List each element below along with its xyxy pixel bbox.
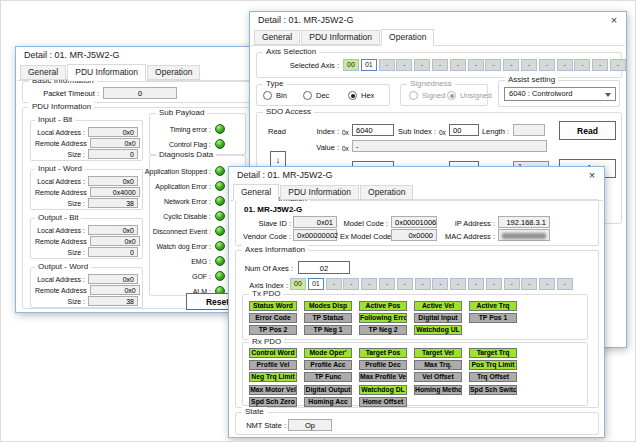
axis-box-empty-6[interactable]: - [397, 278, 413, 290]
pdo-button-profile-vel[interactable]: Profile Vel [249, 360, 297, 370]
packet-timeout-field[interactable]: 0 [103, 87, 177, 99]
tab-pdu-information[interactable]: PDU Information [67, 64, 146, 81]
pdo-button-digital-input[interactable]: Digital Input [414, 313, 462, 323]
axis-box-empty-10[interactable]: - [521, 59, 537, 71]
pdo-button-target-pos[interactable]: Target Pos [359, 348, 407, 358]
pdo-button-homing-acc[interactable]: Homing Acc [304, 397, 352, 407]
axis-box-empty-15[interactable]: - [610, 59, 626, 71]
axis-box-empty-5[interactable]: - [432, 59, 448, 71]
axis-box-empty-7[interactable]: - [468, 59, 484, 71]
axis-box-empty-11[interactable]: - [486, 278, 502, 290]
pdo-button-homing-method[interactable]: Homing Method [414, 385, 462, 395]
tab-operation[interactable]: Operation [147, 65, 200, 80]
radio-dec[interactable]: Dec [303, 91, 329, 100]
axis-box-empty-15[interactable]: - [557, 278, 573, 290]
green-led-icon [215, 271, 225, 281]
status-row-timing-error: Timing error : [154, 124, 225, 134]
pdo-button-control-word[interactable]: Control Word [249, 348, 297, 358]
radio-icon [348, 91, 357, 100]
io-row: Local Address :0x0 [35, 225, 138, 235]
axis-box-empty-3[interactable]: - [396, 59, 412, 71]
output-word-remote-address-field: 0x0 [90, 285, 140, 295]
pdo-button-neg-trq-limit[interactable]: Neg Trq Limit [249, 372, 297, 382]
pdo-button-active-vel[interactable]: Active Vel [414, 301, 462, 311]
pdo-button-max-trq[interactable]: Max Trq. [414, 360, 462, 370]
radio-label: Unsigned [460, 91, 492, 100]
input-word-remote-address-field: 0x4000 [90, 187, 140, 197]
axis-box-empty-7[interactable]: - [415, 278, 431, 290]
axis-box-empty-5[interactable]: - [379, 278, 395, 290]
assist-setting-dropdown[interactable]: 6040 : Controlword [504, 87, 616, 101]
axis-box-00[interactable]: 00 [343, 59, 359, 71]
axis-box-empty-2[interactable]: - [326, 278, 342, 290]
num-of-axes-field[interactable]: 02 [298, 261, 350, 274]
axis-box-empty-12[interactable]: - [557, 59, 573, 71]
axis-box-01[interactable]: 01 [361, 59, 377, 71]
pdo-button-pos-trq-limit[interactable]: Pos Trq Limit [469, 360, 517, 370]
titlebar[interactable]: Detail : 01. MR-J5W2-G × [229, 167, 604, 183]
axis-box-empty-11[interactable]: - [539, 59, 555, 71]
pdo-button-tp-neg-1[interactable]: TP Neg 1 [304, 325, 352, 335]
pdo-button-vel-offset[interactable]: Vel Offset [414, 372, 462, 382]
tab-general[interactable]: General [233, 184, 279, 201]
radio-bin[interactable]: Bin [263, 91, 287, 100]
pdo-button-tp-func[interactable]: TP Func [304, 372, 352, 382]
axis-box-empty-4[interactable]: - [361, 278, 377, 290]
axis-box-empty-4[interactable]: - [414, 59, 430, 71]
output-bit-remote-address-field: 0x0 [90, 236, 140, 246]
pdo-button-tp-neg-2[interactable]: TP Neg 2 [359, 325, 407, 335]
pdo-button-target-vel[interactable]: Target Vel [414, 348, 462, 358]
axis-box-empty-13[interactable]: - [574, 59, 590, 71]
axis-box-empty-13[interactable]: - [521, 278, 537, 290]
pdo-button-watchdog-dl[interactable]: Watchdog DL [359, 385, 407, 395]
pdo-button-mode-oper[interactable]: Mode Oper' [304, 348, 352, 358]
pdo-button-watchdog-ul[interactable]: Watchdog UL [414, 325, 462, 335]
pdo-button-trq-offset[interactable]: Trq Offset [469, 372, 517, 382]
axis-box-empty-10[interactable]: - [468, 278, 484, 290]
pdo-button-tp-pos-1[interactable]: TP Pos 1 [469, 313, 517, 323]
tab-operation[interactable]: Operation [360, 185, 413, 200]
sdo-read-button[interactable]: Read [559, 121, 616, 140]
axis-box-empty-6[interactable]: - [450, 59, 466, 71]
tab-operation[interactable]: Operation [381, 29, 434, 46]
pdo-button-error-code[interactable]: Error Code [249, 313, 297, 323]
pdo-button-max-profile-vel[interactable]: Max Profile Vel [359, 372, 407, 382]
close-icon[interactable]: × [585, 169, 599, 182]
tab-pdu-information[interactable]: PDU Information [301, 30, 380, 45]
axis-box-empty-12[interactable]: - [504, 278, 520, 290]
axis-box-empty-2[interactable]: - [379, 59, 395, 71]
tab-general[interactable]: General [20, 65, 66, 80]
pdo-button-home-offset[interactable]: Home Offset [359, 397, 407, 407]
pdo-button-max-motor-vel[interactable]: Max Motor Vel [249, 385, 297, 395]
axis-box-empty-8[interactable]: - [485, 59, 501, 71]
pdo-button-profile-acc[interactable]: Profile Acc [304, 360, 352, 370]
pdo-button-profile-dec[interactable]: Profile Dec [359, 360, 407, 370]
axis-box-empty-3[interactable]: - [343, 278, 359, 290]
pdo-button-active-pos[interactable]: Active Pos [359, 301, 407, 311]
axis-box-01[interactable]: 01 [308, 278, 324, 290]
axis-box-00[interactable]: 00 [290, 278, 306, 290]
close-icon[interactable]: × [607, 14, 621, 27]
pdo-button-spd-sch-zero[interactable]: Spd Sch Zero [249, 397, 297, 407]
pdo-button-spd-sch-switch[interactable]: Spd Sch Switch [469, 385, 517, 395]
axis-box-empty-9[interactable]: - [450, 278, 466, 290]
io-row: Remote Address0x0 [35, 138, 138, 148]
pdo-button-tp-status[interactable]: TP Status [304, 313, 352, 323]
pdo-button-modes-disp[interactable]: Modes Disp [304, 301, 352, 311]
titlebar[interactable]: Detail : 01. MR-J5W2-G × [250, 12, 626, 28]
pdo-button-target-trq[interactable]: Target Trq [469, 348, 517, 358]
status-row-cyclic-disable: Cyclic Disable : [154, 211, 225, 221]
axis-box-empty-14[interactable]: - [539, 278, 555, 290]
status-row-application-stopped: Application Stopped : [154, 166, 225, 176]
axis-box-empty-14[interactable]: - [592, 59, 608, 71]
tab-pdu-information[interactable]: PDU Information [280, 185, 359, 200]
pdo-button-status-word[interactable]: Status Word [249, 301, 297, 311]
radio-hex[interactable]: Hex [348, 91, 374, 100]
pdo-button-digital-output[interactable]: Digital Output [304, 385, 352, 395]
pdo-button-active-trq[interactable]: Active Trq [469, 301, 517, 311]
tab-general[interactable]: General [254, 30, 300, 45]
pdo-button-following-error[interactable]: Following Error [359, 313, 407, 323]
pdo-button-tp-pos-2[interactable]: TP Pos 2 [249, 325, 297, 335]
axis-box-empty-9[interactable]: - [503, 59, 519, 71]
axis-box-empty-8[interactable]: - [432, 278, 448, 290]
